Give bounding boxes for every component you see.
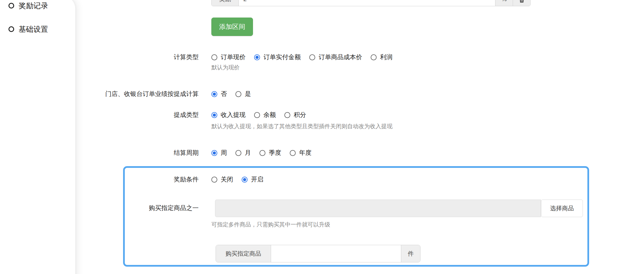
- commission-type-radio-group: 收入提现 余额 积分: [211, 111, 306, 119]
- calc-type-radio-group: 订单现价 订单实付金额 订单商品成本价 利润: [211, 53, 392, 61]
- delete-interval-button[interactable]: [513, 0, 530, 6]
- settlement-cycle-label: 结算周期: [0, 149, 199, 157]
- store-commission-radio-group: 否 是: [211, 90, 251, 98]
- reward-input-group: 奖励 %: [211, 0, 531, 6]
- radio-unchecked-icon[interactable]: [235, 91, 241, 97]
- reward-value-input[interactable]: [239, 0, 495, 6]
- settings-page: 奖励记录 基础设置 奖励 % 添加区间 计算类型 订单现价 订单实付金额: [0, 0, 644, 274]
- calc-type-label: 计算类型: [0, 53, 199, 61]
- radio-option[interactable]: 订单实付金额: [254, 53, 301, 61]
- radio-option[interactable]: 余额: [254, 111, 276, 119]
- buy-specified-goods-label: 购买指定商品之一: [0, 204, 199, 212]
- goods-count-addon-label: 购买指定商品: [216, 245, 271, 262]
- radio-checked-icon[interactable]: [242, 177, 248, 183]
- buy-specified-goods-helper: 可指定多件商品，只需购买其中一件就可以升级: [211, 221, 330, 228]
- sidebar-item-basic-settings[interactable]: 基础设置: [8, 25, 48, 34]
- commission-type-helper: 默认为收入提现，如果选了其他类型且类型插件关闭则自动改为收入提现: [211, 122, 392, 130]
- radio-label: 年度: [299, 149, 312, 157]
- sidebar-item-label: 奖励记录: [19, 1, 48, 10]
- radio-option[interactable]: 利润: [371, 53, 392, 61]
- radio-label: 月: [245, 149, 251, 157]
- radio-label: 利润: [380, 53, 392, 61]
- radio-option[interactable]: 月: [235, 149, 251, 157]
- radio-unchecked-icon[interactable]: [371, 54, 377, 60]
- radio-option[interactable]: 订单商品成本价: [309, 53, 362, 61]
- sidebar-item-reward-records[interactable]: 奖励记录: [8, 1, 48, 10]
- radio-option[interactable]: 积分: [284, 111, 306, 119]
- radio-option[interactable]: 周: [211, 149, 227, 157]
- reward-condition-radio-group: 关闭 开启: [211, 175, 263, 184]
- radio-label: 否: [221, 90, 227, 98]
- radio-label: 季度: [269, 149, 281, 157]
- commission-type-label: 提成类型: [0, 111, 199, 119]
- radio-checked-icon[interactable]: [254, 54, 260, 60]
- radio-unchecked-icon[interactable]: [309, 54, 315, 60]
- unit-addon: 件: [401, 245, 420, 262]
- sidebar-item-label: 基础设置: [19, 25, 48, 34]
- radio-unchecked-icon[interactable]: [259, 150, 265, 156]
- add-interval-button[interactable]: 添加区间: [211, 18, 253, 36]
- radio-unchecked-icon[interactable]: [211, 54, 217, 60]
- radio-label: 订单商品成本价: [319, 53, 362, 61]
- sidebar: 奖励记录 基础设置: [0, 0, 75, 274]
- trash-icon: [518, 0, 525, 3]
- radio-unchecked-icon[interactable]: [290, 150, 296, 156]
- radio-option[interactable]: 开启: [242, 175, 263, 184]
- radio-unchecked-icon[interactable]: [254, 112, 260, 118]
- radio-label: 积分: [294, 111, 306, 119]
- radio-option[interactable]: 订单现价: [211, 53, 246, 61]
- settlement-cycle-radio-group: 周 月 季度 年度: [211, 149, 312, 157]
- radio-label: 周: [221, 149, 227, 157]
- radio-option[interactable]: 收入提现: [211, 111, 246, 119]
- radio-label: 关闭: [221, 175, 233, 184]
- reward-addon-label: 奖励: [212, 0, 239, 6]
- radio-checked-icon[interactable]: [211, 91, 217, 97]
- radio-unchecked-icon[interactable]: [235, 150, 241, 156]
- circle-icon: [8, 26, 14, 32]
- reward-condition-label: 奖励条件: [0, 175, 199, 184]
- radio-unchecked-icon[interactable]: [211, 177, 217, 183]
- specified-goods-input: [215, 200, 541, 217]
- radio-option[interactable]: 季度: [259, 149, 281, 157]
- radio-label: 收入提现: [221, 111, 246, 119]
- goods-count-input-group: 购买指定商品 件: [216, 245, 420, 262]
- radio-label: 订单现价: [221, 53, 246, 61]
- store-commission-label: 门店、收银台订单业绩按提成计算: [0, 90, 199, 98]
- calc-type-helper: 默认为现价: [211, 63, 240, 71]
- radio-label: 订单实付金额: [263, 53, 301, 61]
- radio-checked-icon[interactable]: [211, 150, 217, 156]
- percent-addon: %: [495, 0, 513, 6]
- radio-checked-icon[interactable]: [211, 112, 217, 118]
- radio-option[interactable]: 否: [211, 90, 227, 98]
- radio-option[interactable]: 关闭: [211, 175, 233, 184]
- select-goods-button[interactable]: 选择商品: [541, 200, 583, 217]
- radio-label: 余额: [263, 111, 276, 119]
- goods-count-input[interactable]: [271, 245, 401, 262]
- radio-option[interactable]: 是: [235, 90, 251, 98]
- circle-icon: [8, 3, 14, 8]
- radio-option[interactable]: 年度: [290, 149, 312, 157]
- radio-label: 开启: [251, 175, 263, 184]
- radio-label: 是: [245, 90, 251, 98]
- radio-unchecked-icon[interactable]: [284, 112, 290, 118]
